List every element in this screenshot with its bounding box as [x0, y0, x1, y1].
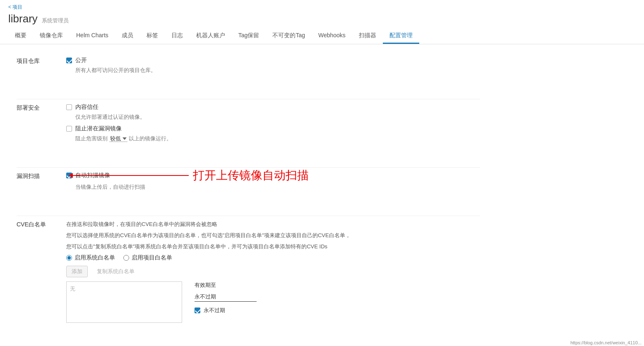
- annotation-text: 打开上传镜像自动扫描: [193, 168, 309, 183]
- project-role: 系统管理员: [42, 17, 69, 24]
- section-vuln-scan: 漏洞扫描 自动扫描镜像 打开上传镜像自动扫描 当镜像上传后，自动进行扫描: [17, 172, 480, 203]
- auto-scan-desc: 当镜像上传后，自动进行扫描: [75, 183, 480, 191]
- radio-group: 启用系统白名单 启用项目白名单: [66, 254, 480, 262]
- section-cve: CVE白名单 在推送和拉取镜像时，在项目的CVE白名单中的漏洞将会被忽略 您可以…: [17, 220, 480, 331]
- nav-tab-overview[interactable]: 概要: [8, 29, 33, 44]
- section-project-registry: 项目仓库 公开 所有人都可访问公开的项目仓库。: [17, 57, 480, 86]
- back-link[interactable]: < 项目: [8, 4, 22, 11]
- expiry-section: 有效期至 永不过期 永不过期: [195, 281, 257, 314]
- nav-tab-scanner[interactable]: 扫描器: [352, 29, 383, 44]
- never-expire-row: 永不过期: [195, 307, 257, 314]
- never-expire-checkbox[interactable]: [195, 308, 200, 313]
- add-cve-button[interactable]: 添加: [66, 266, 88, 277]
- project-name: library: [8, 12, 38, 25]
- expiry-label: 有效期至: [195, 281, 257, 289]
- nav-tab-tags[interactable]: 标签: [140, 29, 165, 44]
- content-trust-row: 内容信任: [66, 103, 480, 111]
- prevent-vuln-checkbox[interactable]: [66, 126, 72, 132]
- nav-tab-config[interactable]: 配置管理: [383, 29, 419, 44]
- public-checkbox[interactable]: [66, 58, 72, 63]
- never-expire-label[interactable]: 永不过期: [204, 307, 225, 314]
- project-title: library 系统管理员: [8, 12, 636, 25]
- nav-tabs: 概要镜像仓库Helm Charts成员标签日志机器人账户Tag保留不可变的Tag…: [8, 29, 636, 44]
- auto-scan-checkbox[interactable]: [66, 173, 72, 178]
- whitelist-box: 无: [66, 281, 182, 323]
- main-content: 项目仓库 公开 所有人都可访问公开的项目仓库。 部署安全 内容信任 仅允许部署通…: [0, 44, 497, 346]
- content-trust-desc: 仅允许部署通过认证的镜像。: [75, 113, 480, 121]
- section-label-registry: 项目仓库: [17, 57, 50, 78]
- auto-scan-row: 自动扫描镜像: [66, 172, 110, 179]
- expiry-value: 永不过期: [195, 293, 257, 302]
- whitelist-placeholder: 无: [70, 286, 75, 292]
- use-project-radio-row[interactable]: 启用项目白名单: [123, 254, 172, 262]
- nav-tab-registry[interactable]: 镜像仓库: [33, 29, 70, 44]
- copy-whitelist-button[interactable]: 复制系统白名单: [92, 266, 139, 277]
- nav-tab-robot[interactable]: 机器人账户: [190, 29, 232, 44]
- section-content-scan: 自动扫描镜像 打开上传镜像自动扫描 当镜像上传后，自动进行扫描: [66, 172, 480, 195]
- url-bar: https://blog.csdn.net/weixin_4110...: [568, 339, 644, 346]
- use-project-label[interactable]: 启用项目白名单: [132, 254, 172, 262]
- nav-tab-helm[interactable]: Helm Charts: [70, 29, 115, 44]
- annotation-container: 自动扫描镜像 打开上传镜像自动扫描: [66, 172, 110, 182]
- nav-tab-webhooks[interactable]: Webhooks: [312, 29, 352, 44]
- public-desc: 所有人都可访问公开的项目仓库。: [75, 67, 480, 74]
- nav-tab-immutable-tag[interactable]: 不可变的Tag: [266, 29, 312, 44]
- auto-scan-label[interactable]: 自动扫描镜像: [75, 172, 110, 179]
- prevent-vuln-label[interactable]: 阻止潜在漏洞镜像: [75, 125, 122, 132]
- use-project-radio[interactable]: [123, 255, 129, 261]
- nav-tab-members[interactable]: 成员: [115, 29, 140, 44]
- use-system-radio-row[interactable]: 启用系统白名单: [66, 254, 115, 262]
- section-label-cve: CVE白名单: [17, 220, 50, 323]
- section-content-registry: 公开 所有人都可访问公开的项目仓库。: [66, 57, 480, 78]
- severity-select[interactable]: 较低 无 中等 高 严重: [109, 135, 127, 142]
- prevent-vuln-desc: 阻止危害级别 较低 无 中等 高 严重 以上的镜像运行。: [75, 135, 480, 142]
- whitelist-area: 无 有效期至 永不过期 永不过期: [66, 281, 480, 323]
- public-checkbox-row: 公开: [66, 57, 480, 64]
- use-system-label[interactable]: 启用系统白名单: [74, 254, 115, 262]
- section-label-scan: 漏洞扫描: [17, 172, 50, 195]
- top-bar: < 项目 library 系统管理员 概要镜像仓库Helm Charts成员标签…: [0, 0, 644, 44]
- cve-desc2: 您可以选择使用系统的CVE白名单作为该项目的白名单，也可勾选"启用项目白名单"项…: [66, 231, 480, 240]
- prevent-vuln-row: 阻止潜在漏洞镜像: [66, 125, 480, 132]
- nav-tab-logs[interactable]: 日志: [165, 29, 190, 44]
- cve-desc3: 您可以点击"复制系统白名单"项将系统白名单合并至该项目白名单中，并可为该项目白名…: [66, 243, 480, 251]
- section-content-cve: 在推送和拉取镜像时，在项目的CVE白名单中的漏洞将会被忽略 您可以选择使用系统的…: [66, 220, 480, 323]
- section-label-security: 部署安全: [17, 103, 50, 147]
- section-deployment-security: 部署安全 内容信任 仅允许部署通过认证的镜像。 阻止潜在漏洞镜像 阻止危害级别 …: [17, 103, 480, 155]
- cve-desc1: 在推送和拉取镜像时，在项目的CVE白名单中的漏洞将会被忽略: [66, 220, 480, 229]
- use-system-radio[interactable]: [66, 255, 72, 261]
- content-trust-label[interactable]: 内容信任: [75, 103, 99, 111]
- cve-actions: 添加 复制系统白名单: [66, 266, 480, 277]
- public-label[interactable]: 公开: [75, 57, 87, 64]
- section-content-security: 内容信任 仅允许部署通过认证的镜像。 阻止潜在漏洞镜像 阻止危害级别 较低 无 …: [66, 103, 480, 147]
- nav-tab-tag-retention[interactable]: Tag保留: [232, 29, 266, 44]
- content-trust-checkbox[interactable]: [66, 104, 72, 110]
